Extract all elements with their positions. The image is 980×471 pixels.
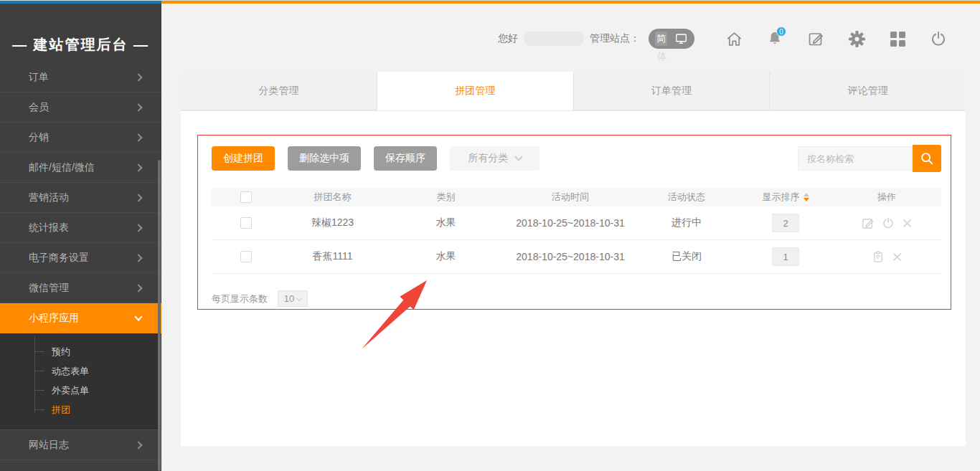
search-group [798,145,941,172]
sidebar-item-label: 微信管理 [29,282,69,295]
sort-toggle[interactable] [804,193,809,201]
cell-status: 已关闭 [634,250,739,263]
sidebar-submenu: 预约 动态表单 外卖点单 拼团 [0,333,161,430]
chevron-right-icon [134,224,142,232]
chevron-down-icon [134,313,142,320]
sidebar-item-miniprogram-apps[interactable]: 小程序应用 [0,303,161,333]
col-category: 类别 [385,191,507,204]
cell-time: 2018-10-25~2018-10-31 [507,217,634,229]
clipboard-report-icon[interactable] [872,250,885,263]
tab-bar: 分类管理 拼团管理 订单管理 评论管理 [181,72,966,111]
chevron-down-icon [296,295,302,300]
subitem-label: 外卖点单 [52,384,89,397]
chevron-right-icon [134,133,142,141]
select-all-checkbox[interactable] [240,191,252,203]
create-groupbuy-button[interactable]: 创建拼团 [212,146,275,171]
tab-category-management[interactable]: 分类管理 [181,72,377,110]
sidebar-item-label: 小程序应用 [29,312,79,325]
search-button[interactable] [913,145,941,172]
table-header-row: 拼团名称 类别 活动时间 活动状态 显示排序 操作 [212,188,941,206]
sidebar-scrollbar[interactable] [158,160,161,471]
notifications-bell-icon[interactable]: 0 [765,29,784,48]
cell-time: 2018-10-25~2018-10-31 [507,251,634,262]
col-name: 拼团名称 [280,191,385,204]
sidebar: — 建站管理后台 — 订单 会员 分销 邮件/短信/微信 营销活动 统计报表 电… [0,4,161,471]
edit-icon[interactable] [806,29,825,48]
table-row: 香蕉1111 水果 2018-10-25~2018-10-31 已关闭 1 [212,240,941,274]
category-filter-dropdown[interactable]: 所有分类 [450,146,540,171]
monitor-icon [674,32,688,45]
sidebar-item-distribution[interactable]: 分销 [0,123,161,153]
sidebar-item-label: 分销 [29,131,49,144]
table-row: 辣椒1223 水果 2018-10-25~2018-10-31 进行中 2 [212,206,941,240]
per-page-dropdown[interactable]: 10 [278,290,308,307]
row-checkbox[interactable] [240,251,252,262]
sidebar-item-label: 电子商务设置 [29,252,89,265]
tab-groupbuy-management[interactable]: 拼团管理 [377,72,574,110]
chevron-right-icon [134,73,142,81]
sidebar-item-members[interactable]: 会员 [0,92,161,123]
power-toggle-icon[interactable] [882,217,895,229]
cell-name: 辣椒1223 [280,217,385,229]
subitem-label: 拼团 [52,404,70,417]
chevron-right-icon [134,284,142,292]
sidebar-item-label: 订单 [29,72,49,84]
chevron-down-icon [514,153,522,161]
sidebar-item-label: 统计报表 [29,222,69,234]
order-value-box[interactable]: 1 [772,247,799,266]
sidebar-item-site-logs[interactable]: 网站日志 [0,430,161,460]
language-site-pill[interactable]: 简 体 [649,29,694,49]
chevron-right-icon [134,254,142,262]
chevron-right-icon [134,103,142,111]
row-checkbox[interactable] [240,217,252,229]
sidebar-item-label: 网站日志 [29,439,69,452]
sidebar-item-marketing[interactable]: 营销活动 [0,183,161,213]
sidebar-item-wechat-management[interactable]: 微信管理 [0,273,161,303]
order-value-box[interactable]: 2 [772,214,799,232]
sidebar-item-label: 邮件/短信/微信 [29,161,95,174]
col-time: 活动时间 [507,191,634,204]
sidebar-item-mail-sms-wechat[interactable]: 邮件/短信/微信 [0,153,161,183]
col-ops: 操作 [832,191,941,204]
subitem-label: 预约 [52,346,70,358]
sidebar-item-orders[interactable]: 订单 [0,72,161,92]
notification-badge: 0 [776,27,786,37]
home-icon[interactable] [725,29,743,48]
top-header: 您好 管理站点： 简 体 0 [161,22,980,65]
sidebar-subitem-booking[interactable]: 预约 [0,342,161,361]
save-order-button[interactable]: 保存顺序 [374,146,437,171]
app-title: — 建站管理后台 — [0,4,161,54]
delete-x-icon[interactable] [892,252,903,262]
delete-x-icon[interactable] [902,218,913,229]
toolbar: 创建拼团 删除选中项 保存顺序 所有分类 [212,145,941,172]
sidebar-menu: 订单 会员 分销 邮件/短信/微信 营销活动 统计报表 电子商务设置 微信管理 [0,72,161,471]
power-logout-icon[interactable] [929,29,948,48]
sidebar-subitem-dynamic-forms[interactable]: 动态表单 [0,361,161,381]
pagination: 每页显示条数 10 [212,290,308,307]
lang-text: 简 [655,32,667,46]
tab-order-management[interactable]: 订单管理 [574,72,771,110]
chevron-right-icon [134,163,142,171]
settings-gear-icon[interactable] [847,29,866,48]
category-filter-label: 所有分类 [468,152,509,165]
content-card: 分类管理 拼团管理 订单管理 评论管理 创建拼团 删除选中项 保存顺序 所有分类… [181,72,966,446]
sidebar-subitem-groupbuy[interactable]: 拼团 [0,400,161,419]
delete-selected-button[interactable]: 删除选中项 [288,146,361,171]
username-redacted [524,32,584,46]
sidebar-item-ecommerce-settings[interactable]: 电子商务设置 [0,243,161,273]
per-page-label: 每页显示条数 [212,292,268,305]
col-order: 显示排序 [763,191,800,204]
site-label: 管理站点： [590,32,640,45]
groupbuy-table: 拼团名称 类别 活动时间 活动状态 显示排序 操作 辣椒1223 水果 2018… [212,188,941,274]
cell-name: 香蕉1111 [280,250,385,263]
cell-status: 进行中 [634,217,739,229]
chevron-right-icon [134,441,142,449]
tab-comment-management[interactable]: 评论管理 [770,72,966,110]
sidebar-subitem-takeout[interactable]: 外卖点单 [0,381,161,400]
edit-icon[interactable] [861,217,875,230]
search-input[interactable] [798,146,913,171]
sidebar-item-statistics[interactable]: 统计报表 [0,213,161,243]
subitem-label: 动态表单 [52,365,89,378]
apps-grid-icon[interactable] [888,29,907,48]
main-accent-bar [161,1,980,4]
